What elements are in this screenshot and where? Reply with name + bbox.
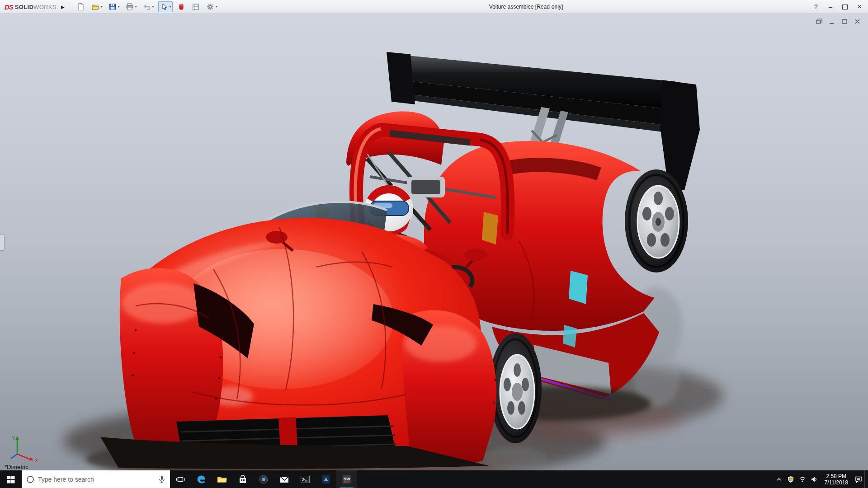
graphics-viewport[interactable]: Y X *Dimetric — [0, 14, 868, 470]
taskbar-app-dark-app[interactable] — [316, 470, 336, 488]
cortana-icon — [22, 475, 34, 483]
taskbar-app-solidworks[interactable]: SW 2017 — [336, 470, 357, 488]
restore-icon — [841, 19, 848, 24]
edge-icon — [196, 474, 207, 485]
appearance-button[interactable] — [175, 1, 187, 12]
print-button[interactable]: ▾ — [124, 1, 138, 12]
task-view-icon — [175, 474, 185, 484]
dropdown-caret-icon[interactable]: ▾ — [100, 5, 102, 9]
gear-icon — [206, 3, 214, 11]
view-orientation-label: *Dimetric — [5, 464, 28, 470]
microphone-icon[interactable] — [154, 475, 170, 483]
doc-close-button[interactable] — [853, 18, 862, 25]
sheet-icon — [192, 3, 200, 11]
doc-minimize-button[interactable] — [827, 18, 836, 25]
logo-works: WORKS — [33, 4, 57, 10]
doc-restore-button[interactable] — [840, 18, 849, 25]
open-folder-icon — [91, 3, 99, 11]
save-button[interactable]: ▾ — [107, 1, 121, 12]
minimize-icon — [829, 19, 835, 24]
clock-date: 7/11/2018 — [825, 479, 849, 486]
new-document-icon — [77, 3, 85, 11]
store-icon — [237, 474, 248, 485]
minimize-button[interactable]: – — [824, 1, 837, 12]
taskbar: SW 2017 2:58 PM 7/11/2018 — [0, 470, 868, 488]
volume-icon[interactable] — [808, 470, 820, 488]
window-title: Voiture assemblee [Read-only] — [489, 0, 563, 14]
window-controls: ? – × — [809, 0, 866, 14]
security-shield-icon[interactable] — [785, 470, 797, 488]
browser-icon — [258, 474, 269, 485]
triad-y-label: Y — [12, 435, 15, 441]
close-icon — [854, 19, 861, 24]
options-button[interactable]: ▾ — [204, 1, 219, 12]
taskbar-app-edge[interactable] — [191, 470, 212, 488]
windows-logo-icon — [7, 476, 15, 483]
ds-logo-icon: DS — [5, 3, 13, 11]
dark-app-icon — [321, 474, 331, 485]
titlebar: DS SOLIDWORKS ▶ ▾ ▾ ▾ ▾ ▾ — [0, 0, 868, 14]
document-window-controls — [815, 18, 862, 25]
doc-new-window-button[interactable] — [815, 18, 824, 25]
solidworks-app-icon: SW 2017 — [341, 474, 352, 485]
close-button[interactable]: × — [853, 1, 866, 12]
select-cursor-icon — [160, 3, 168, 11]
undo-icon — [143, 3, 151, 11]
file-explorer-icon — [217, 474, 227, 485]
taskbar-app-store[interactable] — [232, 470, 253, 488]
taskbar-app-browser[interactable] — [253, 470, 274, 488]
taskbar-app-terminal[interactable] — [295, 470, 316, 488]
orientation-triad: Y X — [6, 433, 42, 463]
undo-button[interactable]: ▾ — [141, 1, 156, 12]
logo-solid: SOLID — [15, 4, 33, 10]
solidworks-logo: DS SOLIDWORKS — [0, 3, 59, 11]
taskbar-clock[interactable]: 2:58 PM 7/11/2018 — [820, 473, 853, 486]
dropdown-caret-icon[interactable]: ▾ — [118, 5, 119, 9]
hidden-icons-chevron[interactable] — [773, 470, 785, 488]
rear-wheel — [625, 169, 688, 272]
mail-icon — [279, 474, 290, 485]
cascade-icon — [816, 19, 823, 24]
start-button[interactable] — [0, 470, 22, 488]
task-view-button[interactable] — [170, 470, 191, 488]
maximize-icon — [842, 5, 848, 9]
menu-flyout-arrow-icon[interactable]: ▶ — [59, 5, 69, 9]
triad-x-label: X — [35, 458, 38, 463]
show-desktop-button[interactable] — [864, 470, 868, 488]
system-tray: 2:58 PM 7/11/2018 — [773, 470, 868, 488]
taskbar-app-mail[interactable] — [274, 470, 295, 488]
network-icon[interactable] — [797, 470, 808, 488]
dropdown-caret-icon[interactable]: ▾ — [135, 5, 137, 9]
car-3d-model[interactable] — [0, 14, 868, 470]
help-button[interactable]: ? — [809, 1, 823, 12]
appearance-cylinder-icon — [177, 3, 185, 11]
feature-panel-handle[interactable] — [0, 235, 5, 251]
terminal-icon — [300, 474, 311, 485]
action-center-button[interactable] — [853, 470, 864, 488]
new-document-button[interactable] — [75, 1, 87, 12]
taskbar-search[interactable] — [22, 470, 170, 488]
taskbar-app-file-explorer[interactable] — [212, 470, 232, 488]
quick-toolbar: ▾ ▾ ▾ ▾ ▾ ▾ — [75, 1, 219, 12]
maximize-button[interactable] — [838, 1, 852, 12]
solidworks-app-year: 2017 — [344, 481, 349, 483]
evaluate-button[interactable] — [190, 1, 202, 12]
select-tool-button[interactable]: ▾ — [158, 1, 173, 12]
print-icon — [126, 3, 134, 11]
search-input[interactable] — [34, 475, 154, 483]
front-wheel — [489, 333, 542, 443]
dropdown-caret-icon[interactable]: ▾ — [215, 5, 217, 9]
clock-time: 2:58 PM — [825, 473, 849, 479]
open-button[interactable]: ▾ — [90, 1, 104, 12]
dropdown-caret-icon[interactable]: ▾ — [152, 5, 154, 9]
dropdown-caret-icon[interactable]: ▾ — [169, 5, 171, 9]
save-icon — [108, 3, 117, 11]
